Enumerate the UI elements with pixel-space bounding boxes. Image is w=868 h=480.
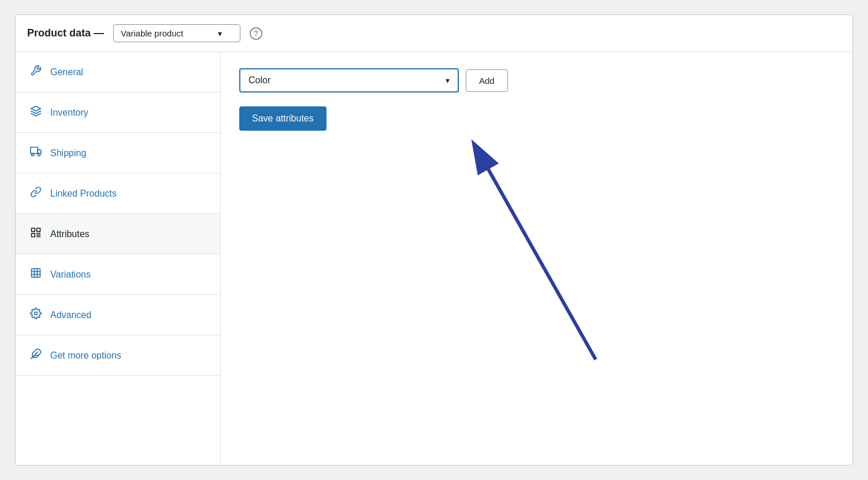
- sidebar-item-general[interactable]: General: [16, 52, 220, 93]
- product-type-select[interactable]: Variable product ▾: [113, 24, 240, 42]
- svg-rect-5: [32, 228, 35, 232]
- svg-point-3: [32, 153, 34, 156]
- general-label: General: [50, 67, 83, 77]
- svg-marker-2: [38, 150, 41, 154]
- svg-rect-11: [32, 269, 40, 278]
- attributes-label: Attributes: [50, 229, 90, 239]
- attributes-icon: [29, 227, 42, 241]
- gear-icon: [29, 308, 42, 322]
- svg-marker-0: [31, 106, 41, 111]
- sidebar-item-advanced[interactable]: Advanced: [16, 295, 220, 335]
- sidebar-item-attributes[interactable]: Attributes: [16, 214, 220, 254]
- sidebar-item-linked-products[interactable]: Linked Products: [16, 173, 220, 214]
- variations-icon: [29, 267, 42, 282]
- product-data-panel: Product data — Variable product ▾ ? Gene…: [15, 14, 853, 466]
- save-attributes-button[interactable]: Save attributes: [239, 106, 327, 131]
- help-icon[interactable]: ?: [250, 27, 262, 40]
- attribute-dropdown-value: Color: [248, 75, 270, 86]
- svg-rect-7: [32, 234, 35, 237]
- advanced-label: Advanced: [50, 310, 91, 320]
- get-more-options-label: Get more options: [50, 350, 121, 361]
- sidebar-item-inventory[interactable]: Inventory: [16, 93, 220, 133]
- shipping-label: Shipping: [50, 148, 86, 158]
- layers-icon: [29, 105, 42, 120]
- main-content: Color ▾ Add Save attributes: [221, 52, 852, 465]
- wrench-icon: [29, 65, 42, 79]
- panel-header: Product data — Variable product ▾ ?: [16, 15, 852, 52]
- puzzle-icon: [29, 348, 42, 363]
- truck-icon: [29, 146, 42, 160]
- sidebar-item-shipping[interactable]: Shipping: [16, 133, 220, 173]
- sidebar-item-get-more-options[interactable]: Get more options: [16, 335, 220, 376]
- svg-point-16: [35, 312, 38, 315]
- save-attributes-row: Save attributes: [239, 106, 834, 131]
- attribute-dropdown[interactable]: Color ▾: [239, 68, 459, 93]
- panel-body: General Inventory: [16, 52, 852, 465]
- panel-title: Product data —: [27, 27, 104, 39]
- svg-rect-6: [37, 228, 40, 232]
- link-icon: [29, 186, 42, 201]
- attribute-selector-row: Color ▾ Add: [239, 68, 834, 93]
- sidebar-item-variations[interactable]: Variations: [16, 254, 220, 295]
- sidebar: General Inventory: [16, 52, 221, 465]
- svg-line-20: [483, 160, 596, 359]
- svg-point-4: [38, 153, 40, 156]
- svg-rect-1: [31, 147, 38, 154]
- add-attribute-button[interactable]: Add: [466, 69, 508, 92]
- linked-products-label: Linked Products: [50, 189, 117, 199]
- inventory-label: Inventory: [50, 108, 88, 118]
- product-type-value: Variable product: [121, 28, 183, 38]
- chevron-down-icon: ▾: [218, 29, 222, 38]
- variations-label: Variations: [50, 269, 91, 280]
- chevron-down-icon: ▾: [446, 76, 450, 85]
